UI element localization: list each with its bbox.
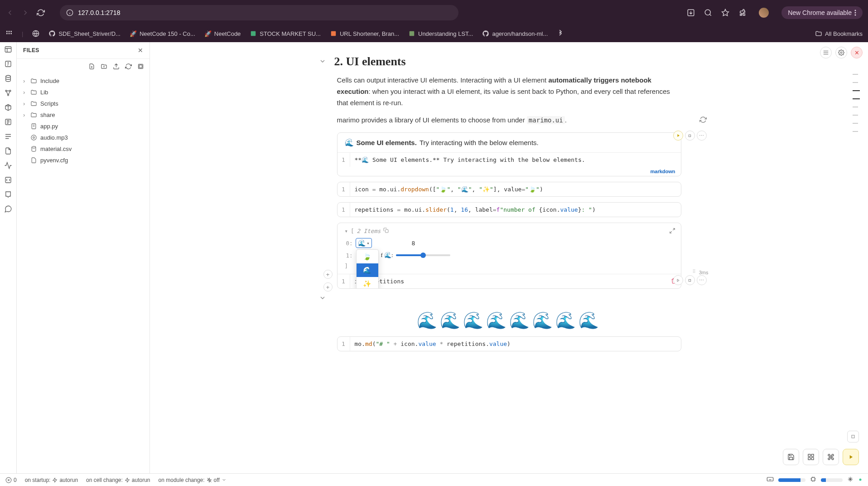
- run-all-button[interactable]: [843, 449, 859, 465]
- code-editor[interactable]: 1 icon = mo.ui.dropdown(["🍃", "🌊", "✨"],…: [338, 182, 681, 196]
- collapse-output-icon[interactable]: [319, 294, 326, 303]
- globe-icon[interactable]: [32, 30, 39, 37]
- new-folder-icon[interactable]: [100, 63, 107, 70]
- collapse-section-icon[interactable]: [319, 58, 326, 66]
- expand-output-icon[interactable]: [669, 228, 675, 235]
- url-bar[interactable]: 127.0.0.1:2718: [60, 5, 458, 20]
- interrupt-button[interactable]: [847, 431, 859, 442]
- bookmark-item[interactable]: 🚀NeetCode: [204, 30, 241, 37]
- file-item[interactable]: app.py: [20, 121, 146, 132]
- chat-icon[interactable]: [4, 204, 13, 214]
- list-icon[interactable]: [4, 132, 13, 141]
- icon-dropdown[interactable]: 🌊 ▾ 🍃 🌊 ✨: [356, 238, 372, 248]
- svg-rect-7: [6, 31, 8, 32]
- save-button[interactable]: [783, 449, 799, 465]
- bookmark-item[interactable]: Understanding LST...: [408, 30, 473, 37]
- run-cell-button[interactable]: [673, 131, 683, 141]
- bookmark-item[interactable]: SDE_Sheet_Striver/D...: [48, 30, 121, 37]
- svg-rect-43: [811, 454, 814, 457]
- upload-icon[interactable]: [112, 63, 120, 70]
- close-button[interactable]: ✕: [851, 47, 863, 58]
- file-item[interactable]: pyvenv.cfg: [20, 155, 146, 166]
- command-button[interactable]: [823, 449, 839, 465]
- minimap-line[interactable]: [853, 82, 858, 83]
- graph-icon[interactable]: [4, 88, 13, 97]
- code-editor[interactable]: 1 mo.md("# " + icon.value * repetitions.…: [338, 337, 681, 351]
- stop-cell-button[interactable]: [685, 275, 695, 285]
- minimap-line[interactable]: [853, 115, 858, 116]
- drag-handle-icon[interactable]: [691, 268, 697, 275]
- extensions-icon[interactable]: [738, 8, 747, 17]
- code-editor[interactable]: 1 repetitions = mo.ui.slider(1, 16, labe…: [338, 203, 681, 217]
- back-button[interactable]: [5, 8, 14, 17]
- function-icon[interactable]: [4, 59, 13, 68]
- notebook-content[interactable]: ✕ 2. UI elements Cells can output intera…: [150, 42, 868, 486]
- dropdown-option[interactable]: 🌊: [357, 263, 378, 277]
- bookmark-item[interactable]: URL Shortener, Bran...: [330, 30, 399, 37]
- dropdown-option[interactable]: 🍃: [357, 250, 378, 263]
- chevron-down-icon[interactable]: ▾: [345, 228, 348, 234]
- bookmark-item[interactable]: ageron/handson-ml...: [482, 30, 548, 37]
- menu-button[interactable]: [820, 47, 832, 58]
- apps-grid-icon[interactable]: [5, 30, 13, 37]
- chevron-down-icon: ▾: [367, 241, 370, 246]
- install-app-icon[interactable]: [686, 8, 695, 17]
- sidebar-close-icon[interactable]: ✕: [138, 47, 143, 54]
- module-change-mode[interactable]: on module change: off: [159, 477, 227, 483]
- profile-avatar[interactable]: [759, 8, 769, 18]
- refresh-icon[interactable]: [125, 63, 132, 70]
- errors-count: 0: [14, 477, 17, 483]
- snippet-icon[interactable]: [4, 175, 13, 185]
- code-editor[interactable]: 1 **🌊 Some UI elements.** Try interactin…: [338, 152, 681, 167]
- cell-change-mode[interactable]: on cell change: autorun: [86, 477, 150, 483]
- add-cell-button[interactable]: +: [323, 270, 333, 279]
- outline-icon[interactable]: [4, 117, 13, 126]
- copy-icon[interactable]: [383, 228, 389, 234]
- database-icon[interactable]: [4, 74, 13, 83]
- folder-item[interactable]: ›Include: [20, 75, 146, 87]
- section-header: 2. UI elements: [319, 55, 681, 68]
- cells-button[interactable]: [803, 449, 819, 465]
- errors-indicator[interactable]: 0: [5, 477, 17, 483]
- minimap-line[interactable]: [853, 74, 858, 75]
- dropdown-option[interactable]: ✨: [357, 277, 378, 289]
- minimap-line[interactable]: [853, 90, 860, 91]
- add-cell-button[interactable]: +: [323, 282, 333, 292]
- new-chrome-button[interactable]: New Chrome available: [781, 6, 863, 19]
- zoom-icon[interactable]: [704, 8, 713, 17]
- file-item[interactable]: material.csv: [20, 143, 146, 155]
- cell-menu-button[interactable]: ⋯: [697, 275, 707, 285]
- code-editor[interactable]: 1 ic____etitions: [338, 274, 681, 288]
- activity-icon[interactable]: [4, 161, 13, 170]
- overflow-icon[interactable]: [557, 30, 564, 37]
- file-item[interactable]: audio.mp3: [20, 132, 146, 143]
- folder-item[interactable]: ›Scripts: [20, 98, 146, 109]
- keyboard-icon[interactable]: [767, 476, 774, 484]
- explorer-icon[interactable]: [4, 45, 13, 54]
- folder-item[interactable]: ›share: [20, 109, 146, 121]
- startup-mode[interactable]: on startup: autorun: [25, 477, 78, 483]
- refresh-cell-icon[interactable]: [699, 116, 707, 125]
- package-icon[interactable]: [4, 103, 13, 112]
- minimap-line[interactable]: [853, 98, 860, 99]
- minimap-line[interactable]: [853, 131, 858, 132]
- forward-button[interactable]: [21, 8, 30, 17]
- scratch-icon[interactable]: [4, 190, 13, 199]
- reload-button[interactable]: [36, 8, 45, 17]
- minimap-line[interactable]: [853, 123, 858, 124]
- settings-button[interactable]: [835, 47, 847, 58]
- bookmark-item[interactable]: STOCK MARKET SU...: [250, 30, 321, 37]
- stop-cell-button[interactable]: [685, 131, 695, 141]
- doc-icon[interactable]: [4, 146, 13, 156]
- collapse-icon[interactable]: [137, 63, 144, 70]
- sparkle-icon[interactable]: [847, 476, 854, 484]
- folder-item[interactable]: ›Lib: [20, 87, 146, 98]
- minimap-line[interactable]: [853, 107, 858, 107]
- bookmark-star-icon[interactable]: [721, 8, 730, 17]
- cell-menu-button[interactable]: ⋯: [697, 131, 707, 141]
- run-cell-button[interactable]: [673, 275, 683, 285]
- new-file-icon[interactable]: [88, 63, 95, 70]
- all-bookmarks[interactable]: All Bookmarks: [815, 30, 863, 37]
- bookmark-item[interactable]: 🚀NeetCode 150 - Co...: [130, 30, 195, 37]
- repetitions-slider[interactable]: [396, 254, 450, 256]
